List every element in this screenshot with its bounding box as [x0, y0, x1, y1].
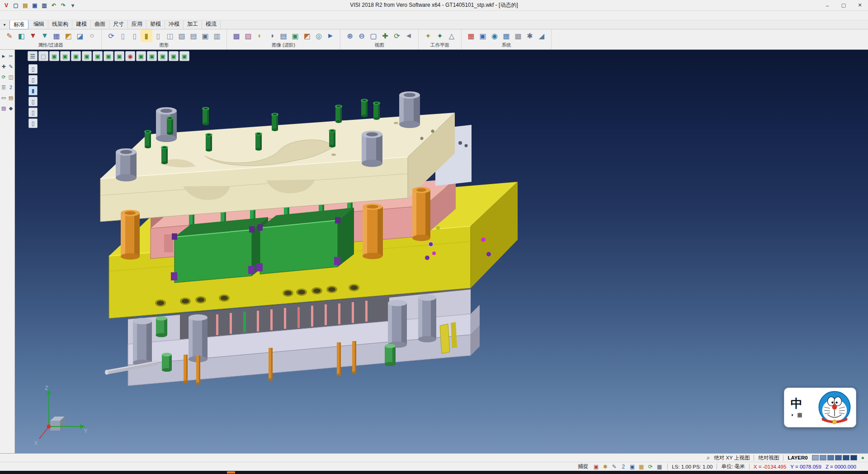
layer-color-swatch[interactable]	[850, 455, 857, 460]
menu-item[interactable]	[53, 14, 60, 16]
layers-icon[interactable]: ☰	[0, 83, 7, 92]
filter-elements-icon[interactable]: ▼	[27, 29, 39, 42]
selection-set-2-icon[interactable]: ▯	[28, 75, 38, 85]
filter-layers-icon[interactable]: ▼	[39, 29, 51, 42]
undo-icon[interactable]: ↶	[49, 1, 58, 10]
menu-item[interactable]	[110, 14, 117, 16]
close-button[interactable]: ✕	[852, 0, 868, 10]
show-hide-icon[interactable]: ▧	[176, 29, 188, 42]
workplane-auto-icon[interactable]: ✦	[422, 29, 434, 42]
new-file-icon[interactable]: ▢	[11, 1, 20, 10]
visi-logo-icon[interactable]: V	[2, 1, 11, 10]
view-axono-nw-icon[interactable]: ▣	[147, 51, 157, 61]
mode-2d-status-icon[interactable]: 2	[619, 463, 627, 470]
workflow-tab[interactable]: 曲面	[91, 20, 109, 29]
menu-item[interactable]	[3, 14, 9, 16]
calculator-icon[interactable]: ▩	[512, 29, 524, 42]
workflow-tab[interactable]: 建模	[72, 20, 91, 29]
view-top-icon[interactable]: ▣	[60, 51, 70, 61]
ime-panel[interactable]: 中 ◗ ▦	[784, 388, 856, 427]
menu-item[interactable]	[79, 14, 85, 16]
move-icon[interactable]: ✚	[0, 62, 7, 71]
maximize-button[interactable]: ▢	[835, 0, 852, 10]
menu-item[interactable]	[47, 14, 53, 16]
annotate-icon[interactable]: ▤	[7, 93, 14, 102]
refresh-status-icon[interactable]: ⟳	[646, 463, 654, 470]
layer-color-swatch[interactable]	[812, 455, 819, 460]
ime-moon-icon[interactable]: ◗	[791, 412, 794, 418]
menu-item[interactable]	[91, 14, 98, 16]
workplane-align-icon[interactable]: ✦	[434, 29, 446, 42]
materials-palette-icon[interactable]: ▨	[0, 104, 7, 113]
view-reference-label[interactable]: 绝对视图	[758, 455, 779, 461]
perspective-icon[interactable]: ◢	[536, 29, 547, 42]
workflow-tab[interactable]: 尺寸	[109, 20, 128, 29]
zoom-window-icon[interactable]: ▢	[368, 29, 379, 42]
show-edges-icon[interactable]: ▤	[188, 29, 199, 42]
hidden-line-cylinder-icon[interactable]: ▯	[129, 29, 141, 42]
lock-status-icon[interactable]: ▣	[592, 463, 600, 470]
zoom-in-icon[interactable]: ⊕	[344, 29, 356, 42]
edit-status-icon[interactable]: ✎	[610, 463, 618, 470]
view-axono-ne-icon[interactable]: ▣	[136, 51, 146, 61]
workflow-tab[interactable]: 塑模	[146, 20, 165, 29]
view-mode-label[interactable]: 绝对 XY 上视图	[714, 455, 750, 461]
attribute-match-icon[interactable]: ◧	[15, 29, 27, 42]
snap-toggle-label[interactable]: 捕捉	[578, 463, 588, 470]
layer-color-swatch[interactable]	[843, 455, 849, 460]
transparency-icon[interactable]: ▥	[211, 29, 223, 42]
workflow-tab[interactable]: 应用	[128, 20, 146, 29]
layer-color-swatch[interactable]	[820, 455, 826, 460]
menu-item[interactable]	[104, 14, 110, 16]
scissors-trim-icon[interactable]: ✂	[7, 52, 14, 61]
sketch-icon[interactable]: ✎	[7, 62, 14, 71]
reflection-icon[interactable]: ◎	[313, 29, 325, 42]
render-style-icon[interactable]: ▢	[38, 51, 48, 61]
globe-icon[interactable]: ◉	[489, 29, 500, 42]
menu-item[interactable]	[98, 14, 104, 16]
view-left-icon[interactable]: ▣	[93, 51, 103, 61]
selection-set-4-icon[interactable]: ▯	[28, 97, 38, 106]
layer-color-swatch[interactable]	[827, 455, 834, 460]
options-icon[interactable]: ✱	[524, 29, 536, 42]
layer-color-swatch[interactable]	[835, 455, 842, 460]
menu-item[interactable]	[117, 14, 123, 16]
rotate-view-icon[interactable]: ⟳	[391, 29, 403, 42]
view-dynamic-icon[interactable]: ▣	[179, 51, 189, 61]
workflow-tab[interactable]: 线架构	[48, 20, 72, 29]
taskbar-app-icon[interactable]	[227, 471, 235, 474]
attribute-brush-icon[interactable]: ✎	[4, 29, 15, 42]
menu-item[interactable]	[72, 14, 79, 16]
search-icon[interactable]: ⌕	[707, 454, 710, 461]
ghost-cylinder-icon[interactable]: ◫	[164, 29, 176, 42]
tab-dropdown-icon[interactable]: ▾	[1, 22, 8, 27]
workplane-mini-icon[interactable]: ◆	[7, 104, 14, 113]
menu-item[interactable]	[123, 14, 129, 16]
animation-icon[interactable]: ►	[325, 29, 336, 42]
shadows-icon[interactable]: ◑	[266, 29, 278, 42]
materials-icon[interactable]: ◩	[301, 29, 313, 42]
open-file-icon[interactable]: ▤	[21, 1, 30, 10]
menu-item[interactable]	[85, 14, 91, 16]
monitor-icon[interactable]: ▣	[477, 29, 489, 42]
shaded-cylinder-icon[interactable]: ▮	[141, 29, 152, 42]
workplane-3point-icon[interactable]: △	[446, 29, 458, 42]
workflow-tab[interactable]: 加工	[184, 20, 202, 29]
texture-icon[interactable]: ▨	[242, 29, 254, 42]
redraw-icon[interactable]: ⟳	[105, 29, 117, 42]
shade-box-icon[interactable]: ▣	[199, 29, 211, 42]
database-status-icon[interactable]: ▦	[637, 463, 645, 470]
menu-item[interactable]	[28, 14, 34, 16]
view-right-icon[interactable]: ▣	[104, 51, 113, 61]
color-table-icon[interactable]: ▦	[465, 29, 477, 42]
save-file-icon[interactable]: ▣	[30, 1, 39, 10]
wireframe-cylinder-icon[interactable]: ▯	[117, 29, 129, 42]
menu-item[interactable]	[60, 14, 66, 16]
menu-item[interactable]	[41, 14, 47, 16]
dimension-2d-icon[interactable]: 2	[7, 83, 14, 92]
windows-taskbar[interactable]	[0, 471, 868, 474]
quick-filter-icon[interactable]: ◪	[74, 29, 86, 42]
view-back-icon[interactable]: ▣	[82, 51, 92, 61]
view-axono-se-icon[interactable]: ▣	[158, 51, 168, 61]
active-layer-label[interactable]: LAYER0	[788, 455, 807, 460]
